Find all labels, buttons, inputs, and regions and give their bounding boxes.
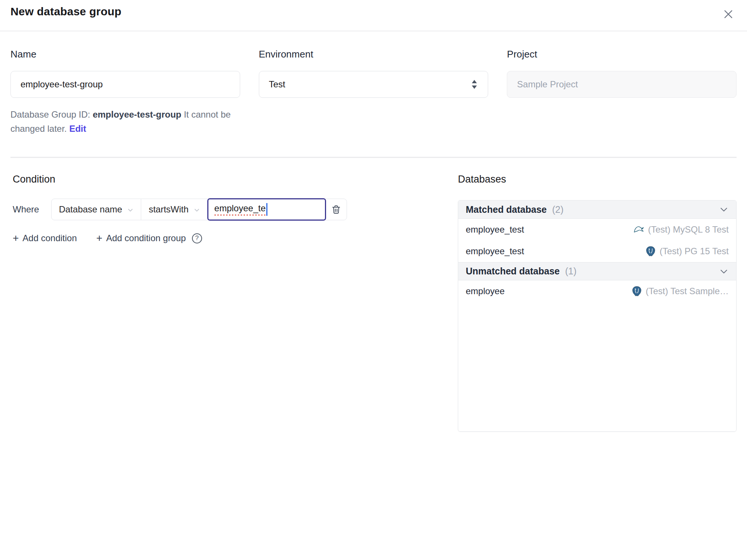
database-instance: (Test) PG 15 Test [660, 246, 729, 256]
close-icon [722, 8, 734, 20]
database-engine: (Test) MySQL 8 Test [633, 224, 729, 235]
database-name: employee_test [466, 246, 524, 256]
condition-field-value: Database name [59, 204, 122, 215]
form-row: Name Database Group ID: employee-test-gr… [10, 49, 737, 136]
environment-select[interactable]: Test [259, 71, 489, 98]
matched-database-title: Matched database [466, 204, 547, 215]
new-database-group-dialog: New database group Name Database Group I… [0, 0, 747, 560]
chevron-down-icon [193, 206, 201, 214]
page-title: New database group [10, 5, 121, 18]
project-field-group: Project Sample Project [507, 49, 737, 136]
project-selected-value: Sample Project [517, 79, 578, 90]
databases-heading: Databases [458, 174, 737, 185]
where-label: Where [13, 204, 39, 215]
project-label: Project [507, 49, 737, 60]
databases-section: Databases Matched database (2) [458, 174, 737, 432]
dialog-body: Name Database Group ID: employee-test-gr… [0, 49, 747, 432]
condition-heading: Condition [13, 174, 458, 185]
add-condition-label: Add condition [22, 233, 77, 243]
unmatched-database-header[interactable]: Unmatched database (1) [458, 262, 736, 280]
id-note-prefix: Database Group ID: [10, 109, 93, 119]
condition-value-input[interactable]: employee_te [207, 198, 326, 221]
database-engine: (Test) PG 15 Test [645, 246, 729, 257]
database-row: employee (Test) Test Sample… [458, 280, 736, 302]
trash-icon [331, 204, 341, 215]
environment-selected-value: Test [269, 79, 285, 90]
name-field-group: Name Database Group ID: employee-test-gr… [10, 49, 240, 136]
database-instance: (Test) Test Sample… [646, 286, 729, 296]
section-divider [10, 157, 737, 158]
chevron-down-icon [719, 267, 729, 276]
database-name: employee [466, 286, 505, 296]
database-row: employee_test (Test) MySQL 8 Test [458, 219, 736, 240]
id-note-value: employee-test-group [93, 109, 181, 119]
name-input[interactable] [21, 79, 231, 90]
matched-database-count: (2) [552, 204, 564, 215]
environment-field-group: Environment Test [259, 49, 489, 136]
matched-database-header[interactable]: Matched database (2) [458, 200, 736, 219]
condition-row: Where Database name startsWith [13, 199, 458, 220]
name-label: Name [10, 49, 240, 60]
database-group-id-note: Database Group ID: employee-test-group I… [10, 108, 235, 136]
dialog-header: New database group [0, 0, 747, 31]
project-select[interactable]: Sample Project [507, 71, 737, 98]
condition-operator-value: startsWith [149, 204, 189, 215]
environment-label: Environment [259, 49, 489, 60]
condition-expression-group: Database name startsWith [51, 199, 347, 220]
database-instance: (Test) MySQL 8 Test [648, 224, 729, 235]
mysql-icon [633, 224, 645, 235]
database-row: employee_test (Test) PG 15 Test [458, 240, 736, 262]
condition-field-dropdown[interactable]: Database name [52, 199, 141, 220]
lower-section: Condition Where Database name [10, 174, 737, 432]
delete-condition-button[interactable] [326, 199, 347, 220]
updown-chevrons-icon [470, 79, 479, 90]
chevron-down-icon [719, 205, 729, 214]
close-button[interactable] [720, 6, 737, 22]
plus-icon: + [96, 233, 102, 243]
condition-section: Condition Where Database name [10, 174, 458, 243]
unmatched-database-count: (1) [565, 266, 577, 276]
unmatched-database-title: Unmatched database [466, 266, 560, 276]
add-condition-group-button[interactable]: + Add condition group [96, 233, 186, 243]
plus-icon: + [13, 233, 19, 243]
add-condition-button[interactable]: + Add condition [13, 233, 77, 243]
name-field-wrapper [10, 71, 240, 98]
postgresql-icon [631, 286, 642, 297]
database-engine: (Test) Test Sample… [631, 286, 729, 297]
condition-value-text: employee_te [214, 203, 266, 216]
postgresql-icon [645, 246, 656, 257]
edit-id-link[interactable]: Edit [69, 124, 86, 134]
database-name: employee_test [466, 224, 524, 235]
databases-panel: Matched database (2) employee_test [458, 200, 737, 432]
condition-actions: + Add condition + Add condition group ? [13, 233, 458, 243]
add-condition-group-label: Add condition group [106, 233, 186, 243]
condition-operator-dropdown[interactable]: startsWith [141, 199, 207, 220]
text-caret [266, 203, 267, 216]
help-icon[interactable]: ? [192, 233, 202, 243]
chevron-down-icon [127, 206, 134, 214]
panel-empty-area [458, 302, 736, 431]
